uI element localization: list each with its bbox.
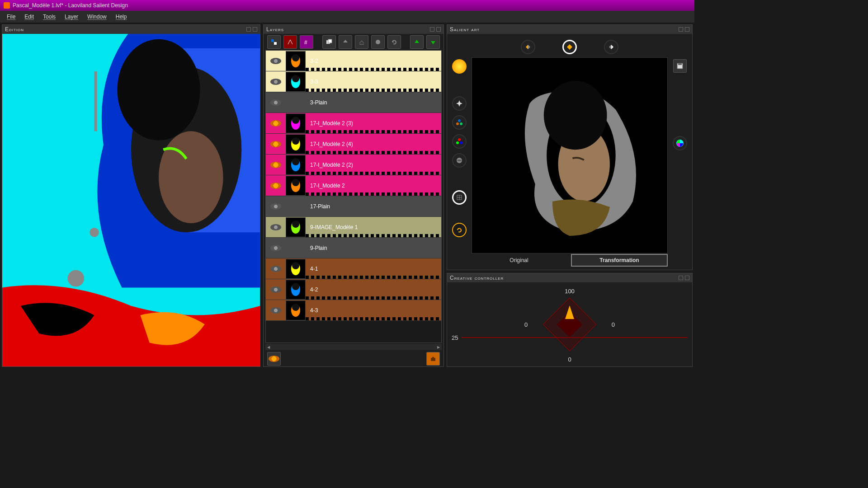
layer-visibility-toggle[interactable]: [266, 141, 286, 147]
svg-point-15: [292, 54, 299, 61]
svg-point-4: [68, 270, 85, 287]
menu-window[interactable]: Window: [83, 12, 111, 21]
close-icon[interactable]: [253, 27, 257, 32]
svg-rect-8: [274, 42, 277, 45]
svg-rect-6: [94, 71, 97, 131]
controller-marker-icon[interactable]: [565, 305, 574, 319]
mode-left-button[interactable]: [521, 40, 535, 54]
svg-point-50: [460, 141, 462, 144]
shape-star-button[interactable]: [452, 96, 467, 111]
menu-tools[interactable]: Tools: [39, 12, 60, 21]
layers-list[interactable]: 3-23-33-Plain17-I_Modèle 2 (3)17-I_Modèl…: [265, 50, 442, 343]
effect-red-button[interactable]: [283, 35, 297, 49]
controller-title: Creative controller: [450, 275, 504, 281]
layer-row[interactable]: 3-3: [266, 71, 441, 92]
layer-visibility-toggle[interactable]: [266, 245, 286, 251]
world-button[interactable]: [452, 153, 467, 168]
salient-art-panel: Salient art: [447, 24, 693, 270]
menu-layer[interactable]: Layer: [61, 12, 82, 21]
edition-canvas[interactable]: [2, 34, 260, 366]
layer-visibility-toggle[interactable]: [266, 203, 286, 210]
layer-row[interactable]: 17-I_Modèle 2 (2): [266, 155, 441, 175]
reset-button[interactable]: [387, 35, 401, 49]
layer-visibility-toggle[interactable]: [266, 79, 286, 85]
close-icon[interactable]: [685, 276, 689, 280]
layer-thumbnail: [286, 93, 306, 113]
grid-button[interactable]: [452, 190, 467, 205]
layer-label: 9-Plain: [306, 245, 441, 251]
undock-icon[interactable]: [430, 27, 434, 32]
undock-icon[interactable]: [679, 276, 683, 280]
layer-visibility-toggle[interactable]: [266, 183, 286, 189]
layer-visibility-toggle[interactable]: [266, 120, 286, 127]
layer-row[interactable]: 4-2: [266, 279, 441, 300]
layer-row[interactable]: 9-Plain: [266, 238, 441, 258]
layer-row[interactable]: 3-2: [266, 51, 441, 71]
svg-point-48: [458, 138, 461, 141]
palette-rgb-button[interactable]: [452, 134, 467, 149]
svg-rect-11: [328, 39, 332, 43]
layer-visibility-toggle[interactable]: [266, 286, 286, 293]
salient-preview[interactable]: [472, 57, 668, 253]
new-layer-button[interactable]: [267, 35, 281, 49]
layer-thumbnail: [286, 300, 306, 320]
layer-visibility-toggle[interactable]: [266, 99, 286, 106]
creative-controller-panel: Creative controller 100 0 0 0 25: [447, 273, 693, 367]
color-wheel-button[interactable]: [673, 136, 687, 150]
svg-point-47: [460, 122, 462, 125]
mode-center-button[interactable]: [562, 40, 577, 54]
controller-pad[interactable]: 100 0 0 0 25: [447, 282, 692, 366]
sphere-button[interactable]: [371, 35, 385, 49]
svg-point-2: [159, 131, 223, 223]
undock-icon[interactable]: [679, 27, 683, 32]
layer-visibility-toggle[interactable]: [266, 58, 286, 64]
svg-rect-44: [432, 357, 434, 358]
close-icon[interactable]: [685, 27, 689, 32]
filmstrip-icon: [306, 192, 441, 196]
layer-visibility-toggle[interactable]: [266, 266, 286, 272]
layer-row[interactable]: 4-3: [266, 300, 441, 321]
move-down-button[interactable]: [426, 35, 440, 49]
move-up-button[interactable]: [410, 35, 424, 49]
menu-file[interactable]: File: [3, 12, 19, 21]
layer-row[interactable]: 17-Plain: [266, 196, 441, 217]
layer-label: 17-I_Modèle 2 (4): [306, 141, 441, 147]
svg-point-5: [90, 228, 99, 237]
tab-transformation[interactable]: Transformation: [571, 254, 668, 267]
close-icon[interactable]: [436, 27, 441, 32]
layer-thumbnail: [286, 51, 306, 71]
layer-row[interactable]: 3-Plain: [266, 92, 441, 113]
filmstrip-icon: [306, 89, 441, 92]
flatten-button[interactable]: [355, 35, 368, 49]
layer-label: 4-1: [306, 266, 441, 272]
saliency-sun-button[interactable]: [452, 59, 467, 74]
layer-visibility-toggle[interactable]: [266, 162, 286, 168]
layer-thumbnail: [286, 155, 306, 175]
layer-visibility-toggle[interactable]: [266, 307, 286, 314]
layer-thumbnail: [286, 176, 306, 196]
tab-original[interactable]: Original: [472, 255, 566, 266]
value-left: 0: [524, 321, 528, 328]
undock-icon[interactable]: [246, 27, 251, 32]
palette-tri-button[interactable]: [452, 115, 467, 130]
refresh-circle-button[interactable]: [452, 223, 467, 237]
layer-row[interactable]: 17-I_Modèle 2: [266, 175, 441, 196]
filmstrip-icon: [306, 68, 441, 71]
merge-button[interactable]: [339, 35, 352, 49]
duplicate-button[interactable]: [322, 35, 336, 49]
layer-row[interactable]: 9-IMAGE_Modèle 1: [266, 217, 441, 238]
menu-help[interactable]: Help: [112, 12, 131, 21]
visibility-toggle-button[interactable]: [267, 352, 281, 366]
effect-purple-button[interactable]: #: [300, 35, 313, 49]
menu-edit[interactable]: Edit: [20, 12, 38, 21]
save-preview-button[interactable]: [673, 59, 687, 73]
toolbox-button[interactable]: [426, 352, 440, 366]
layers-hscroll[interactable]: ◀▶: [265, 344, 442, 350]
layers-title: Layers: [266, 26, 284, 33]
layer-thumbnail: [286, 72, 306, 92]
mode-right-button[interactable]: [604, 40, 618, 54]
layer-row[interactable]: 17-I_Modèle 2 (4): [266, 134, 441, 155]
layer-visibility-toggle[interactable]: [266, 224, 286, 230]
layer-row[interactable]: 17-I_Modèle 2 (3): [266, 113, 441, 134]
layer-row[interactable]: 4-1: [266, 258, 441, 279]
